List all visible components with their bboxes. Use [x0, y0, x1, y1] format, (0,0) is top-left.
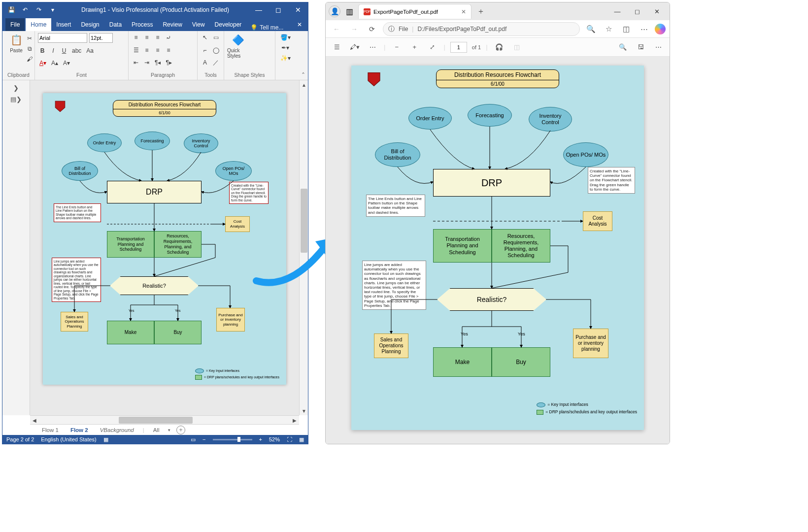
para-rtl-icon[interactable]: ¶◂	[153, 58, 162, 67]
bullets-icon[interactable]: ☰	[132, 46, 140, 55]
quick-styles-button[interactable]: 🔷 Quick Styles	[227, 33, 249, 59]
forward-button[interactable]: →	[347, 22, 361, 36]
text-highlight-icon[interactable]: Aa	[85, 46, 95, 55]
horizontal-scrollbar[interactable]: ◀ ▶	[30, 415, 299, 424]
search-icon[interactable]: 🔍	[616, 41, 629, 54]
zoom-in-button[interactable]: +	[259, 436, 262, 442]
qat-more-icon[interactable]: ▾	[47, 4, 59, 16]
ribbon-collapse-icon[interactable]: ˄	[302, 71, 305, 79]
font-color-button[interactable]: A▾	[38, 59, 48, 67]
stencil-icon[interactable]: ▤❯	[10, 96, 22, 103]
zoom-slider[interactable]	[213, 439, 252, 440]
paste-button[interactable]: 📋 Paste	[5, 33, 27, 53]
minimize-button[interactable]: —	[249, 2, 269, 17]
align-bot-icon[interactable]: ≡	[153, 33, 162, 42]
zoom-in-icon[interactable]: +	[408, 41, 421, 54]
pdf-more-icon[interactable]: ⋯	[652, 41, 665, 54]
read-aloud-icon[interactable]: 🎧	[493, 41, 505, 54]
profile-icon[interactable]: 👤	[329, 5, 340, 17]
address-bar[interactable]: ⓘ File | D:/Files/ExportPageToPdf_out.pd…	[383, 22, 580, 36]
font-size-select[interactable]	[89, 33, 113, 43]
cut-icon[interactable]: ✂	[25, 34, 34, 43]
pagetab-flow2[interactable]: Flow 2	[67, 426, 91, 434]
more-tools-icon[interactable]: ⋯	[366, 41, 379, 54]
scroll-left-icon[interactable]: ◀	[30, 416, 39, 425]
effects-icon[interactable]: ✨▾	[279, 54, 292, 63]
edge-close-button[interactable]: ✕	[647, 2, 667, 20]
copy-icon[interactable]: ⧉	[25, 44, 34, 53]
bold-button[interactable]: B	[38, 46, 47, 55]
pagetab-all[interactable]: All	[150, 426, 163, 434]
shapes-pane-collapsed[interactable]: ❯ ▤❯	[2, 80, 30, 415]
status-lang[interactable]: English (United States)	[41, 436, 97, 442]
menu-icon[interactable]: ⋯	[637, 22, 651, 36]
pagetab-flow1[interactable]: Flow 1	[39, 426, 62, 434]
page-number-input[interactable]	[450, 42, 467, 53]
close-button[interactable]: ✕	[288, 2, 308, 17]
shrink-font-button[interactable]: A▾	[62, 59, 71, 67]
underline-button[interactable]: U	[60, 46, 68, 55]
ribbon-close-icon[interactable]: ✕	[291, 18, 308, 31]
scroll-right-icon[interactable]: ▶	[290, 416, 299, 425]
strike-button[interactable]: abc	[70, 46, 83, 55]
scroll-up-icon[interactable]: ▲	[300, 80, 308, 89]
indent-dec-icon[interactable]: ⇤	[132, 58, 140, 67]
toc-icon[interactable]: ☰	[331, 41, 343, 54]
fit-icon[interactable]: ⤢	[426, 41, 438, 54]
zoom-out-button[interactable]: −	[202, 436, 205, 442]
grow-font-button[interactable]: A▴	[50, 59, 60, 67]
tab-actions-icon[interactable]: ▥	[343, 5, 355, 17]
tab-close-icon[interactable]: ✕	[461, 8, 466, 15]
new-tab-button[interactable]: ＋	[474, 5, 487, 18]
save-pdf-icon[interactable]: 🖫	[634, 41, 647, 54]
zoom-out-icon[interactable]: −	[390, 41, 403, 54]
browser-tab[interactable]: PDF ExportPageToPdf_out.pdf ✕	[358, 4, 471, 19]
align-top-icon[interactable]: ≡	[132, 33, 140, 42]
tab-developer[interactable]: Developer	[210, 18, 247, 31]
font-name-select[interactable]	[38, 33, 87, 43]
back-button[interactable]: ←	[330, 22, 343, 36]
refresh-button[interactable]: ⟳	[365, 22, 379, 36]
undo-icon[interactable]: ↶	[19, 4, 31, 16]
zoom-level[interactable]: 52%	[269, 436, 280, 442]
tab-data[interactable]: Data	[104, 18, 127, 31]
add-page-button[interactable]: ＋	[176, 426, 185, 434]
tab-file[interactable]: File	[5, 18, 25, 31]
redo-icon[interactable]: ↷	[33, 4, 45, 16]
save-icon[interactable]: 💾	[5, 4, 17, 16]
scroll-thumb-h[interactable]	[119, 417, 193, 424]
line-icon[interactable]: ✒▾	[280, 43, 291, 52]
align-center-icon[interactable]: ≡	[153, 46, 162, 55]
format-painter-icon[interactable]: 🖌	[25, 55, 34, 64]
pointer-tool-icon[interactable]: ↖	[201, 33, 209, 42]
rect-tool-icon[interactable]: ▭	[211, 33, 220, 42]
expand-shapes-icon[interactable]: ❯	[13, 84, 19, 92]
edge-minimize-button[interactable]: —	[607, 2, 627, 20]
macro-icon[interactable]: ▦	[103, 436, 108, 443]
line-tool-icon[interactable]: ／	[211, 58, 220, 67]
orientation-icon[interactable]: ⤾	[164, 33, 173, 42]
italic-button[interactable]: I	[49, 46, 58, 55]
tab-home[interactable]: Home	[26, 18, 51, 31]
para-ltr-icon[interactable]: ¶▸	[164, 58, 173, 67]
split-icon[interactable]: ◫	[619, 22, 633, 36]
align-right-icon[interactable]: ≡	[164, 46, 173, 55]
tell-me[interactable]: 💡Tell me...	[250, 24, 283, 31]
pagetab-vbackground[interactable]: VBackground	[97, 426, 137, 434]
scroll-down-icon[interactable]: ▼	[300, 406, 308, 415]
fill-icon[interactable]: 🪣▾	[279, 33, 292, 42]
indent-inc-icon[interactable]: ⇥	[142, 58, 151, 67]
fit-page-icon[interactable]: ⛶	[287, 436, 292, 442]
edge-maximize-button[interactable]: ◻	[627, 2, 647, 20]
info-icon[interactable]: ⓘ	[388, 25, 395, 33]
favorite-icon[interactable]: ☆	[602, 22, 615, 36]
tab-process[interactable]: Process	[127, 18, 158, 31]
align-left-icon[interactable]: ≡	[142, 46, 151, 55]
connector-tool-icon[interactable]: ⌐	[201, 46, 209, 55]
align-mid-icon[interactable]: ≡	[142, 33, 151, 42]
highlighter-icon[interactable]: 🖍▾	[348, 41, 361, 54]
tab-view[interactable]: View	[187, 18, 210, 31]
tab-design[interactable]: Design	[76, 18, 104, 31]
zoom-lens-icon[interactable]: 🔍	[584, 22, 598, 36]
ellipse-tool-icon[interactable]: ◯	[211, 46, 221, 55]
